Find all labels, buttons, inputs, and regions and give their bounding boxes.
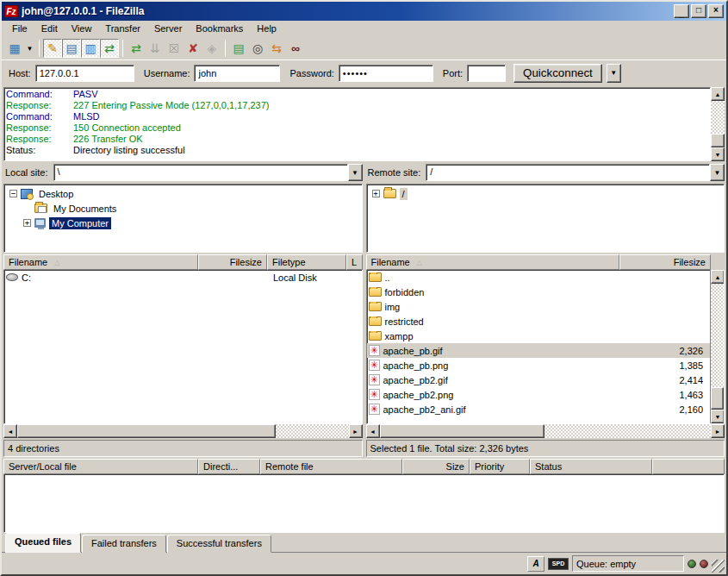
remote-row-apache-pb2-gif[interactable]: ✳apache_pb2.gif2,414 [367, 373, 711, 387]
remote-row-apache-pb2-png[interactable]: ✳apache_pb2.png1,463 [367, 387, 711, 402]
remote-row-apache-pb-gif[interactable]: ✳apache_pb.gif2,326 [367, 343, 711, 358]
queue-col-priority[interactable]: Priority [470, 459, 530, 474]
scroll-down-button[interactable]: ▼ [711, 410, 725, 423]
remote-vscrollbar[interactable]: ▲ ▼ [710, 270, 724, 423]
scroll-down-button[interactable]: ▼ [711, 147, 725, 161]
remote-row-apache-pb-png[interactable]: ✳apache_pb.png1,385 [367, 358, 711, 373]
menu-bookmarks[interactable]: Bookmarks [189, 22, 250, 35]
port-input[interactable] [467, 65, 506, 82]
remote-file-list[interactable]: .. forbidden img restricted xampp ✳apach… [366, 270, 725, 424]
message-log-icon: ✎ [47, 41, 58, 55]
remote-col-filename[interactable]: Filename△ [366, 254, 620, 270]
file-size: 2,414 [624, 375, 710, 385]
scroll-right-button[interactable]: ► [349, 424, 363, 438]
remote-row-img[interactable]: img [367, 299, 711, 314]
quickconnect-button[interactable]: Quickconnect [513, 64, 602, 83]
host-input[interactable] [35, 65, 134, 82]
synchronized-browsing-button[interactable]: ⇆ [267, 39, 286, 58]
filename-filters-button[interactable]: ▤ [229, 39, 248, 58]
username-input[interactable] [194, 65, 280, 82]
local-file-row-c-drive[interactable]: C: Local Disk [4, 270, 362, 285]
queue-col-status[interactable]: Status [530, 459, 652, 474]
message-log[interactable]: Command:PASV Response:227 Entering Passi… [3, 87, 711, 161]
queue-col-server-local[interactable]: Server/Local file [3, 459, 198, 474]
cancel-operation-button[interactable]: ☒ [165, 39, 184, 58]
tab-successful-transfers[interactable]: Successful transfers [167, 535, 271, 553]
minimize-button[interactable]: _ [674, 4, 689, 18]
scroll-up-button[interactable]: ▲ [711, 270, 725, 284]
tab-queued-files[interactable]: Queued files [5, 533, 81, 553]
local-col-filetype[interactable]: Filetype [267, 254, 346, 270]
remote-row-xampp[interactable]: xampp [367, 329, 711, 343]
disconnect-button[interactable]: ✘ [184, 39, 202, 58]
scroll-up-button[interactable]: ▲ [711, 87, 725, 101]
local-site-dropdown-icon[interactable]: ▼ [348, 164, 363, 181]
folder-icon [383, 189, 396, 198]
tree-item-desktop[interactable]: − Desktop [4, 186, 362, 201]
remote-row-restricted[interactable]: restricted [367, 314, 711, 329]
menu-server[interactable]: Server [147, 22, 189, 35]
remote-hscrollbar[interactable]: ◄ ► [366, 424, 725, 438]
tree-item-root[interactable]: + / [367, 186, 725, 201]
local-site-combo[interactable]: \ ▼ [53, 164, 363, 181]
quickconnect-dropdown[interactable]: ▼ [607, 64, 621, 83]
process-queue-button[interactable]: ⇊ [146, 39, 165, 58]
remote-row-apache-pb2-ani-gif[interactable]: ✳apache_pb2_ani.gif2,160 [367, 402, 711, 416]
password-input[interactable] [339, 65, 433, 82]
scrollbar-thumb[interactable] [711, 134, 725, 147]
queue-col-size[interactable]: Size [402, 459, 470, 474]
expand-icon[interactable]: + [372, 190, 380, 197]
directory-comparison-button[interactable]: ◎ [248, 39, 267, 58]
remote-row-parent[interactable]: .. [367, 270, 711, 285]
queue-list[interactable] [3, 474, 725, 533]
queue-col-direction[interactable]: Directi... [198, 459, 260, 474]
menu-transfer[interactable]: Transfer [98, 22, 147, 35]
close-button[interactable]: × [708, 4, 724, 18]
site-manager-dropdown[interactable]: ▼ [24, 39, 35, 58]
tree-item-my-computer[interactable]: + My Computer [4, 216, 362, 230]
scroll-left-button[interactable]: ◄ [366, 424, 380, 438]
local-col-lastmodified[interactable]: L [346, 254, 363, 270]
remote-tree[interactable]: + / [366, 184, 725, 253]
scroll-right-button[interactable]: ► [711, 424, 725, 438]
expand-icon[interactable]: + [23, 219, 31, 227]
toggle-message-log-button[interactable]: ✎ [43, 39, 62, 58]
remote-col-filesize[interactable]: Filesize [619, 254, 711, 270]
remote-site-value[interactable]: / [426, 164, 710, 181]
folder-icon [369, 302, 382, 311]
resize-grip[interactable] [712, 560, 725, 573]
menu-view[interactable]: View [65, 22, 99, 35]
tree-item-my-documents[interactable]: My Documents [4, 201, 362, 216]
scrollbar-thumb[interactable] [380, 424, 545, 438]
toggle-local-tree-button[interactable]: ▤ [62, 39, 81, 58]
menu-file[interactable]: File [5, 22, 34, 35]
reconnect-button[interactable]: ◈ [202, 39, 221, 58]
local-file-list[interactable]: C: Local Disk [3, 270, 363, 424]
scroll-left-button[interactable]: ◄ [3, 424, 17, 438]
menu-help[interactable]: Help [250, 22, 283, 35]
scrollbar-thumb[interactable] [17, 424, 276, 438]
tab-failed-transfers[interactable]: Failed transfers [82, 535, 166, 553]
local-tree[interactable]: − Desktop My Documents + My Computer [3, 184, 363, 253]
menu-edit[interactable]: Edit [34, 22, 65, 35]
toggle-queue-button[interactable]: ⇄ [100, 39, 119, 58]
remote-row-forbidden[interactable]: forbidden [367, 285, 711, 299]
speed-limit-indicator[interactable]: SPD [548, 558, 569, 570]
remote-site-dropdown-icon[interactable]: ▼ [710, 164, 725, 181]
sync-browse-icon: ⇆ [271, 41, 282, 55]
refresh-button[interactable]: ⇄ [127, 39, 146, 58]
collapse-icon[interactable]: − [9, 190, 17, 197]
local-col-filename[interactable]: Filename△ [3, 254, 198, 270]
log-scrollbar[interactable]: ▲ ▼ [711, 87, 725, 161]
maximize-button[interactable]: □ [691, 4, 706, 18]
remote-site-combo[interactable]: / ▼ [426, 164, 725, 181]
queue-col-remote-file[interactable]: Remote file [260, 459, 402, 474]
local-hscrollbar[interactable]: ◄ ► [3, 424, 363, 438]
toggle-remote-tree-button[interactable]: ▥ [81, 39, 100, 58]
scrollbar-thumb[interactable] [711, 387, 724, 410]
local-col-filesize[interactable]: Filesize [198, 254, 267, 270]
local-site-value[interactable]: \ [53, 164, 348, 181]
transfer-type-indicator[interactable]: A [527, 556, 544, 572]
site-manager-button[interactable]: ▦ [5, 39, 24, 58]
find-files-button[interactable]: ∞ [286, 39, 305, 58]
